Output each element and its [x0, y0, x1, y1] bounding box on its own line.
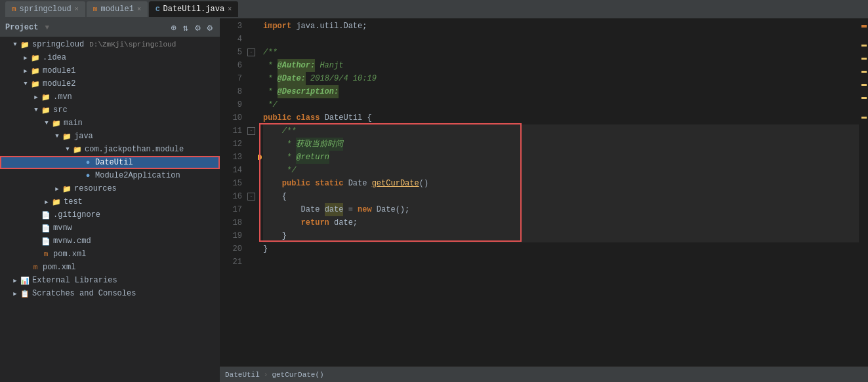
tree-item-mvnw[interactable]: ▶ 📄 mvnw [0, 221, 220, 235]
fold-collapse-16[interactable]: - [247, 193, 255, 201]
fold-space-17 [247, 203, 258, 216]
fold-icon-16[interactable]: - [247, 190, 258, 203]
new-file-button[interactable]: ⊕ [169, 22, 178, 34]
code-editor: 3 4 5 6 7 8 9 10 11 12 13 14 15 16 17 18… [220, 18, 868, 366]
code-line-3: import java.util.Date; [263, 20, 859, 33]
scrollbar-marker-5 [861, 97, 867, 99]
sp-15c [367, 177, 371, 190]
tab-close-springcloud[interactable]: × [75, 6, 79, 13]
tree-item-idea[interactable]: ▶ 📁 .idea [0, 51, 220, 64]
line-num-7: 7 [220, 72, 242, 85]
sidebar: Project ▼ ⊕ ⇅ ⚙ ⚙ ▼ 📁 springcloud D:\ZmK… [0, 18, 220, 382]
scrollbar-marker-4 [861, 84, 867, 86]
line-num-8: 8 [220, 85, 242, 98]
code-line-17: Date date = new Date(); [263, 203, 859, 216]
xml-icon-pom-root: m [30, 263, 41, 271]
fold-collapse-5[interactable]: - [247, 48, 255, 56]
type-date: Date [348, 177, 367, 190]
fold-space-3 [247, 20, 258, 33]
cmt-tag-desc: @Description: [278, 85, 339, 98]
line-num-6: 6 [220, 59, 242, 72]
tree-arrow-idea: ▶ [21, 54, 30, 62]
fold-icon-11[interactable]: - [247, 124, 258, 138]
libs-icon: 📊 [20, 277, 30, 285]
editor-area: 3 4 5 6 7 8 9 10 11 12 13 14 15 16 17 18… [220, 18, 868, 382]
tree-label-mvnw: mvnw [51, 223, 72, 233]
fold-space-15 [247, 177, 258, 190]
tree-arrow-resources: ▶ [52, 185, 62, 193]
tree-item-package[interactable]: ▼ 📁 com.jackpothan.module [0, 143, 220, 156]
tree-item-springcloud[interactable]: ▼ 📁 springcloud D:\ZmKji\springcloud [0, 38, 220, 51]
settings-button[interactable]: ⚙ [193, 22, 202, 34]
code-content[interactable]: import java.util.Date; /** * @Author: Ha… [258, 18, 859, 366]
scrollbar-marker-3 [861, 71, 867, 73]
tab-springcloud[interactable]: m springcloud × [5, 1, 85, 17]
tree-item-module2[interactable]: ▼ 📁 module2 [0, 77, 220, 90]
kw-new: new [358, 203, 372, 216]
code-line-6: * @Author: Hanjt [263, 59, 859, 72]
breadcrumb-class[interactable]: DateUtil [225, 371, 260, 379]
sidebar-tree: ▼ 📁 springcloud D:\ZmKji\springcloud ▶ 📁… [0, 37, 220, 382]
tab-dateutil[interactable]: C DateUtil.java × [149, 1, 238, 17]
file-icon-mvnw: 📄 [41, 224, 51, 233]
line-num-4: 4 [220, 33, 242, 46]
tree-item-java[interactable]: ▼ 📁 java [0, 130, 220, 143]
code-line-14: */ [263, 164, 859, 177]
tree-label-resources: resources [72, 184, 117, 193]
tree-item-mvnwcmd[interactable]: ▶ 📄 mvnw.cmd [0, 235, 220, 248]
fold-space-10 [247, 111, 258, 124]
comment-6: * [263, 59, 278, 72]
line-num-18: 18 [220, 216, 242, 229]
tab-close-module1[interactable]: × [137, 6, 141, 13]
tree-item-mvn[interactable]: ▶ 📁 .mvn [0, 90, 220, 104]
cmt-tag-author: @Author: [278, 59, 316, 72]
tree-label-ext-libs: External Libraries [30, 276, 117, 285]
tree-item-main[interactable]: ▼ 📁 main [0, 117, 220, 130]
tree-item-ext-libs[interactable]: ▶ 📊 External Libraries [0, 274, 220, 287]
sp-17a [320, 203, 324, 216]
tree-label-java: java [72, 132, 93, 141]
code-line-4 [263, 33, 859, 46]
right-scrollbar[interactable] [859, 18, 868, 366]
folder-icon-idea: 📁 [30, 54, 41, 62]
space-10b [320, 111, 324, 124]
tree-item-gitignore[interactable]: ▶ 📄 .gitignore [0, 208, 220, 221]
breadcrumb-method[interactable]: getCurDate() [272, 371, 323, 379]
cmt-return-tag: @return [296, 151, 329, 164]
folder-icon-mvn: 📁 [41, 93, 51, 102]
tree-item-test[interactable]: ▶ 📁 test [0, 195, 220, 208]
code-line-16: { [263, 190, 859, 203]
tree-item-dateutil[interactable]: ▶ ● DateUtil [0, 156, 220, 169]
gear-icon[interactable]: ⚙ [205, 22, 215, 34]
code-line-11: /** [263, 124, 859, 138]
fold-collapse-11[interactable]: - [247, 127, 255, 135]
tree-item-pom-module[interactable]: ▶ m pom.xml [0, 248, 220, 261]
tab-close-dateutil[interactable]: × [228, 6, 232, 13]
tree-item-resources[interactable]: ▶ 📁 resources [0, 182, 220, 195]
tree-label-idea: .idea [41, 53, 66, 62]
folder-icon-package: 📁 [72, 145, 83, 154]
tree-item-scratches[interactable]: ▶ 📋 Scratches and Consoles [0, 287, 220, 300]
tree-item-module1[interactable]: ▶ 📁 module1 [0, 64, 220, 77]
line-num-20: 20 [220, 242, 242, 256]
tree-item-module2app[interactable]: ▶ ● Module2Application [0, 169, 220, 182]
tree-item-src[interactable]: ▼ 📁 src [0, 104, 220, 117]
code-line-18: return date; [263, 216, 859, 229]
brace-20: } [263, 242, 268, 256]
tab-module1[interactable]: m module1 × [87, 1, 148, 17]
code-line-12: * 获取当前时间 [263, 138, 859, 151]
kw-public-15: public [282, 177, 310, 190]
fold-icon-5[interactable]: - [247, 46, 258, 59]
tree-item-pom-root[interactable]: ▶ m pom.xml [0, 261, 220, 274]
tree-label-module2: module2 [41, 79, 75, 88]
comment-8: * [263, 85, 278, 98]
fold-space-14 [247, 164, 258, 177]
sidebar-header: Project ▼ ⊕ ⇅ ⚙ ⚙ [0, 18, 220, 37]
tab-icon-dateutil: C [155, 5, 160, 13]
line-num-19: 19 [220, 229, 242, 242]
sidebar-toolbar: ⊕ ⇅ ⚙ ⚙ [169, 22, 215, 34]
sync-button[interactable]: ⇅ [181, 22, 190, 34]
tab-label-dateutil: DateUtil.java [163, 5, 225, 14]
sidebar-dropdown-icon[interactable]: ▼ [42, 24, 165, 31]
folder-icon-src: 📁 [41, 106, 51, 115]
